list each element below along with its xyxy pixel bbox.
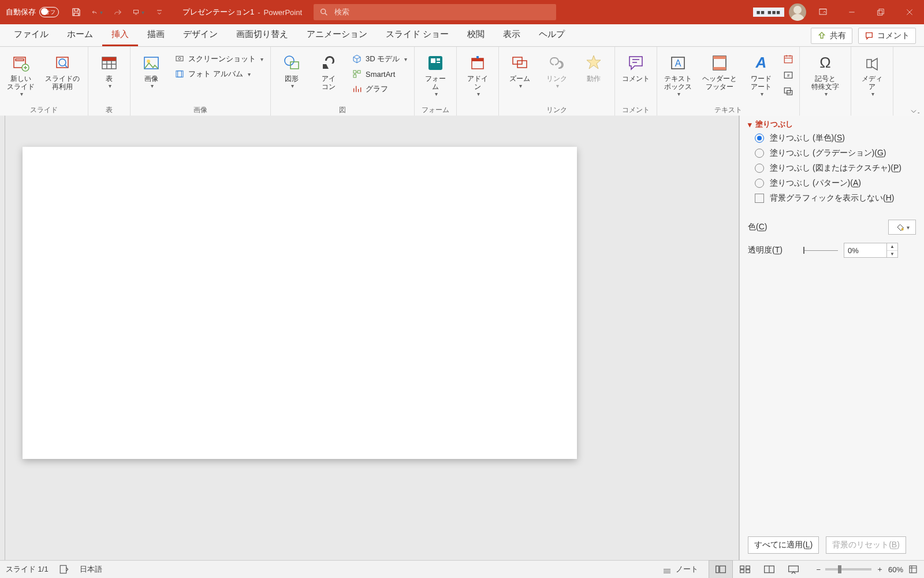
- slideshow-view-button[interactable]: [781, 560, 806, 578]
- textbox-button[interactable]: A テキストボックス ▾: [661, 51, 695, 98]
- spin-up-icon[interactable]: ▲: [887, 243, 897, 251]
- undo-icon[interactable]: ▾: [91, 6, 103, 18]
- wordart-button[interactable]: A ワードアート ▾: [744, 51, 778, 98]
- reset-bg-button[interactable]: 背景のリセット(B): [826, 536, 906, 554]
- pictures-label: 画像: [144, 75, 158, 83]
- icons-button[interactable]: アイコン: [311, 51, 346, 92]
- pane-section-fill[interactable]: 塗りつぶし: [748, 118, 916, 133]
- tab-slideshow[interactable]: スライド ショー: [377, 24, 458, 46]
- chart-button[interactable]: グラフ: [349, 83, 409, 95]
- fill-gradient-radio[interactable]: 塗りつぶし (グラデーション)(G): [755, 148, 916, 158]
- hide-bg-graphics-check[interactable]: 背景グラフィックを表示しない(H): [755, 193, 916, 203]
- new-slide-button[interactable]: 新しいスライド ▾: [3, 51, 38, 98]
- svg-rect-50: [746, 570, 750, 573]
- zoom-button[interactable]: ズーム ▾: [502, 51, 537, 90]
- color-picker-button[interactable]: ▾: [888, 220, 916, 235]
- svg-rect-22: [353, 75, 356, 77]
- svg-text:Ω: Ω: [820, 54, 831, 71]
- notes-button[interactable]: ノート: [662, 564, 698, 575]
- forms-label: フォーム: [425, 75, 446, 91]
- share-button[interactable]: 共有: [811, 28, 852, 44]
- fill-gradient-label: 塗りつぶし (グラデーション)(G): [770, 148, 886, 158]
- fit-window-button[interactable]: [908, 564, 918, 575]
- slide-canvas[interactable]: [23, 147, 577, 459]
- smartart-button[interactable]: SmartArt: [349, 68, 409, 80]
- group-images: 画像 ▾ スクリーンショット ▾ フォト アルバム ▾: [131, 47, 271, 117]
- tab-insert[interactable]: 挿入: [102, 24, 138, 46]
- pictures-button[interactable]: 画像 ▾: [134, 51, 169, 90]
- shapes-icon: [281, 53, 302, 73]
- link-icon: [546, 53, 567, 73]
- chart-icon: [352, 84, 362, 94]
- transparency-slider[interactable]: [803, 244, 838, 257]
- link-button[interactable]: リンク ▾: [539, 51, 574, 90]
- tab-file[interactable]: ファイル: [5, 24, 58, 46]
- spellcheck-icon[interactable]: [59, 564, 69, 575]
- fill-pattern-radio[interactable]: 塗りつぶし (パターン)(A): [755, 178, 916, 188]
- tab-transitions[interactable]: 画面切り替え: [227, 24, 297, 46]
- apply-all-button[interactable]: すべてに適用(L): [748, 536, 819, 554]
- fill-solid-label: 塗りつぶし (単色)(S): [770, 133, 845, 143]
- chevron-down-icon: ▾: [907, 224, 910, 231]
- language-indicator[interactable]: 日本語: [80, 564, 102, 575]
- chart-label: グラフ: [366, 84, 388, 94]
- zoom-out-button[interactable]: −: [816, 565, 821, 574]
- tab-design[interactable]: デザイン: [174, 24, 227, 46]
- insert-comment-label: コメント: [622, 75, 650, 83]
- save-icon[interactable]: [70, 6, 82, 18]
- qat-customize-icon[interactable]: [154, 6, 165, 18]
- symbol-button[interactable]: Ω 記号と特殊文字 ▾: [803, 51, 847, 98]
- action-button[interactable]: 動作: [576, 51, 611, 84]
- table-button[interactable]: 表 ▾: [92, 51, 126, 90]
- tab-animations[interactable]: アニメーション: [297, 24, 377, 46]
- zoom-in-button[interactable]: ＋: [876, 564, 884, 575]
- transparency-spinbox[interactable]: 0% ▲ ▼: [844, 243, 898, 258]
- fill-picture-radio[interactable]: 塗りつぶし (図またはテクスチャ)(P): [755, 163, 916, 173]
- present-from-start-icon[interactable]: ▾: [133, 6, 144, 18]
- addins-button[interactable]: アドイン ▾: [460, 51, 495, 98]
- 3dmodel-button[interactable]: 3D モデル ▾: [349, 53, 409, 65]
- zoom-slider[interactable]: [825, 568, 871, 570]
- ribbon-pin-icon[interactable]: [910, 108, 919, 116]
- sorter-view-button[interactable]: [733, 560, 757, 578]
- slide-indicator[interactable]: スライド 1/1: [6, 564, 49, 575]
- normal-view-button[interactable]: [709, 560, 733, 578]
- search-box[interactable]: 検索: [314, 4, 556, 20]
- header-footer-button[interactable]: ヘッダーとフッター: [698, 51, 742, 92]
- thumbnails-column[interactable]: [0, 116, 5, 561]
- reuse-slides-button[interactable]: スライドの再利用: [40, 51, 84, 92]
- radio-icon: [755, 164, 764, 173]
- tab-review[interactable]: 校閲: [458, 24, 494, 46]
- reading-view-button[interactable]: [757, 560, 781, 578]
- photo-album-button[interactable]: フォト アルバム ▾: [172, 68, 266, 80]
- tab-draw[interactable]: 描画: [138, 24, 174, 46]
- comments-button[interactable]: コメント: [858, 28, 916, 44]
- svg-rect-25: [437, 58, 440, 61]
- zoom-percent[interactable]: 60%: [888, 565, 903, 574]
- slide-editor-area[interactable]: [5, 116, 739, 561]
- object-button[interactable]: [782, 85, 795, 98]
- fill-solid-radio[interactable]: 塗りつぶし (単色)(S): [755, 133, 916, 143]
- media-button[interactable]: メディア ▾: [855, 51, 889, 98]
- tab-view[interactable]: 表示: [494, 24, 530, 46]
- ribbon-display-options-icon[interactable]: [808, 0, 837, 24]
- avatar[interactable]: [789, 3, 806, 21]
- date-time-button[interactable]: [782, 53, 795, 65]
- insert-comment-button[interactable]: コメント: [619, 51, 653, 84]
- forms-button[interactable]: フォーム ▾: [418, 51, 453, 98]
- autosave-toggle[interactable]: オフ: [39, 7, 59, 17]
- tab-home[interactable]: ホーム: [58, 24, 102, 46]
- spin-down-icon[interactable]: ▼: [887, 251, 897, 258]
- shapes-button[interactable]: 図形 ▾: [274, 51, 309, 90]
- photo-album-label: フォト アルバム: [188, 69, 243, 79]
- icons-icon: [318, 53, 339, 73]
- view-buttons: [709, 560, 806, 578]
- restore-icon[interactable]: [866, 0, 895, 24]
- account-area[interactable]: ■■ ■■■: [753, 3, 808, 21]
- minimize-icon[interactable]: [837, 0, 866, 24]
- slide-number-button[interactable]: #: [782, 69, 795, 81]
- screenshot-button[interactable]: スクリーンショット ▾: [172, 53, 266, 65]
- close-icon[interactable]: [895, 0, 924, 24]
- redo-icon[interactable]: [112, 6, 124, 18]
- tab-help[interactable]: ヘルプ: [530, 24, 574, 46]
